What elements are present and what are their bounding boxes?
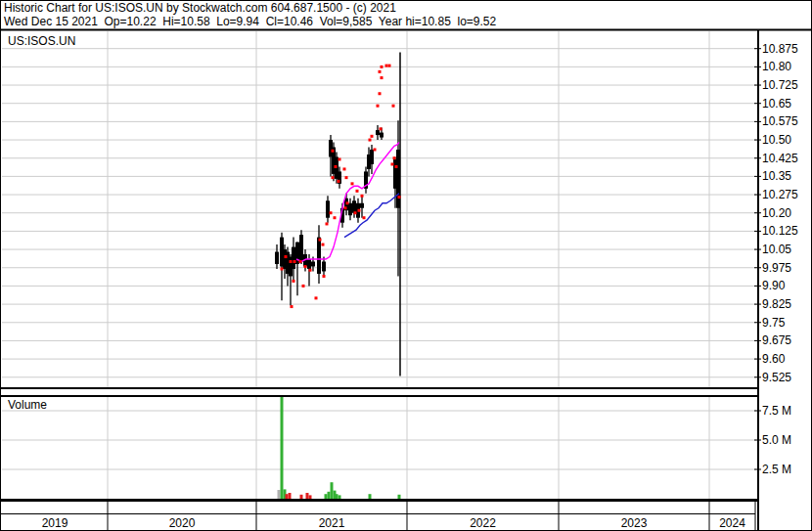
volume-bar <box>309 495 312 499</box>
trade-dot <box>374 149 377 152</box>
trade-dot <box>319 239 322 242</box>
trade-dot <box>393 156 396 159</box>
volume-bar <box>325 494 328 499</box>
volume-bar <box>300 495 303 499</box>
volume-bar <box>286 494 289 499</box>
trade-dot <box>379 92 382 95</box>
trade-dot <box>371 135 374 138</box>
trade-dot <box>385 65 388 67</box>
price-tick-label: 9.525 <box>762 371 791 384</box>
trade-dot <box>363 216 366 219</box>
candle-body <box>348 203 352 215</box>
year-label: 2020 <box>169 516 196 530</box>
trade-dot <box>290 260 293 263</box>
year-label: 2023 <box>621 516 648 530</box>
trade-dot <box>377 105 380 108</box>
candle-body <box>322 262 326 272</box>
trade-dot <box>291 305 293 308</box>
trade-dot <box>293 280 295 283</box>
trade-dot <box>281 267 284 270</box>
volume-bar <box>398 495 401 499</box>
trade-dot <box>293 260 296 263</box>
trade-dot <box>392 105 395 108</box>
volume-bar <box>328 492 331 499</box>
trade-dot <box>299 260 302 263</box>
trade-dot <box>343 167 346 170</box>
volume-bar <box>281 397 284 499</box>
year-label: 2024 <box>719 516 745 530</box>
price-tick-label: 9.825 <box>762 297 791 311</box>
trade-dot <box>309 269 312 272</box>
trade-dot <box>381 66 383 68</box>
price-tick-label: 10.65 <box>762 97 791 111</box>
trade-dot <box>334 216 337 219</box>
price-tick-label: 10.275 <box>762 188 798 201</box>
volume-bar <box>306 493 309 499</box>
price-tick-label: 10.20 <box>762 206 791 220</box>
trade-dot <box>330 211 333 214</box>
trade-dot <box>304 265 307 268</box>
trade-dot <box>332 176 335 179</box>
trade-dot <box>356 190 359 193</box>
trade-dot <box>358 209 361 212</box>
candle-body <box>360 203 364 208</box>
trade-dot <box>369 139 372 142</box>
trade-dot <box>379 70 382 73</box>
trade-dot <box>344 206 347 209</box>
trade-dot <box>380 127 383 130</box>
price-tick-label: 10.125 <box>762 224 798 238</box>
trade-dot <box>335 165 338 168</box>
candle-body <box>352 200 356 212</box>
price-tick-label: 10.575 <box>762 114 798 128</box>
price-tick-label: 9.60 <box>762 352 786 366</box>
trade-dot <box>398 196 401 199</box>
volume-bar <box>369 494 372 499</box>
trade-dot <box>345 176 348 179</box>
trade-dot <box>338 157 341 160</box>
price-tick-label: 9.90 <box>762 279 786 292</box>
trade-dot <box>395 165 398 168</box>
stockwatch-historic-chart-window: Historic Chart for US:ISOS.UN by Stockwa… <box>0 0 812 531</box>
trade-dot <box>338 180 340 183</box>
volume-bar <box>338 495 341 499</box>
price-tick-label: 10.875 <box>762 42 798 56</box>
trade-dot <box>285 255 288 258</box>
volume-bar <box>289 493 292 499</box>
price-tick-label: 9.975 <box>762 261 791 275</box>
price-tick-label: 9.75 <box>762 316 786 330</box>
candle-body <box>275 252 279 264</box>
price-tick-label: 10.05 <box>762 243 791 256</box>
volume-bar <box>278 490 281 499</box>
candle-body <box>326 200 330 217</box>
candle-body <box>307 259 311 269</box>
ma-slow-line <box>344 194 399 238</box>
candle-body <box>299 235 303 261</box>
trade-dot <box>361 195 364 198</box>
trade-dot <box>354 211 357 214</box>
price-tick-label: 10.35 <box>762 169 791 183</box>
candle-body <box>311 262 315 267</box>
trade-dot <box>381 76 383 79</box>
price-tick-label: 10.50 <box>762 133 791 147</box>
trade-dot <box>346 201 349 204</box>
year-label: 2019 <box>42 516 68 530</box>
price-volume-chart: 10.87510.8010.72510.6510.57510.5010.4251… <box>0 0 812 531</box>
trade-dot <box>315 296 318 299</box>
volume-bar <box>336 494 338 499</box>
candle-body <box>317 238 321 274</box>
volume-tick-label: 2.5 M <box>762 463 791 476</box>
volume-bar <box>331 482 334 499</box>
trade-dot <box>323 275 326 278</box>
year-label: 2021 <box>319 516 345 530</box>
trade-dot <box>322 243 325 246</box>
candle-body <box>292 247 295 269</box>
candle-body <box>380 133 383 138</box>
candle-body <box>370 150 374 164</box>
trade-dot <box>326 222 329 225</box>
trade-dot <box>351 182 354 185</box>
volume-tick-label: 7.5 M <box>762 404 791 418</box>
trade-dot <box>388 65 391 67</box>
volume-tick-label: 5.0 M <box>762 433 791 447</box>
trade-dot <box>302 285 305 288</box>
trade-dot <box>332 150 335 153</box>
